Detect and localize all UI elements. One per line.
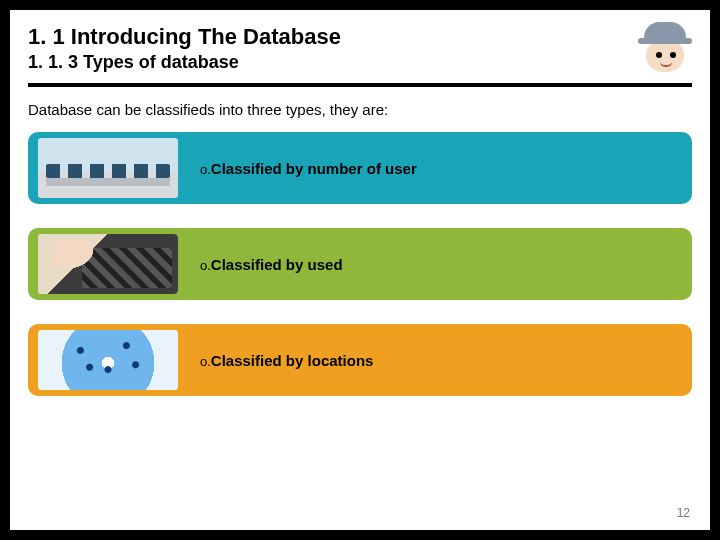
intro-text: Database can be classifieds into three t… bbox=[10, 87, 710, 126]
list-item-label: o.Classified by number of user bbox=[200, 160, 417, 177]
mascot-avatar bbox=[638, 22, 692, 78]
thumbnail-keyboard bbox=[38, 234, 178, 294]
list-item: o.Classified by number of user bbox=[28, 132, 692, 204]
thumbnail-network-globe bbox=[38, 330, 178, 390]
list-item-label: o.Classified by locations bbox=[200, 352, 373, 369]
classification-list: o.Classified by number of user o.Classif… bbox=[10, 126, 710, 396]
section-title: 1. 1 Introducing The Database bbox=[28, 24, 692, 50]
slide: 1. 1 Introducing The Database 1. 1. 3 Ty… bbox=[10, 10, 710, 530]
subsection-title: 1. 1. 3 Types of database bbox=[28, 52, 692, 73]
list-item: o.Classified by used bbox=[28, 228, 692, 300]
list-item-label: o.Classified by used bbox=[200, 256, 343, 273]
page-number: 12 bbox=[677, 506, 690, 520]
thumbnail-computer-lab bbox=[38, 138, 178, 198]
slide-header: 1. 1 Introducing The Database 1. 1. 3 Ty… bbox=[10, 10, 710, 79]
list-item: o.Classified by locations bbox=[28, 324, 692, 396]
